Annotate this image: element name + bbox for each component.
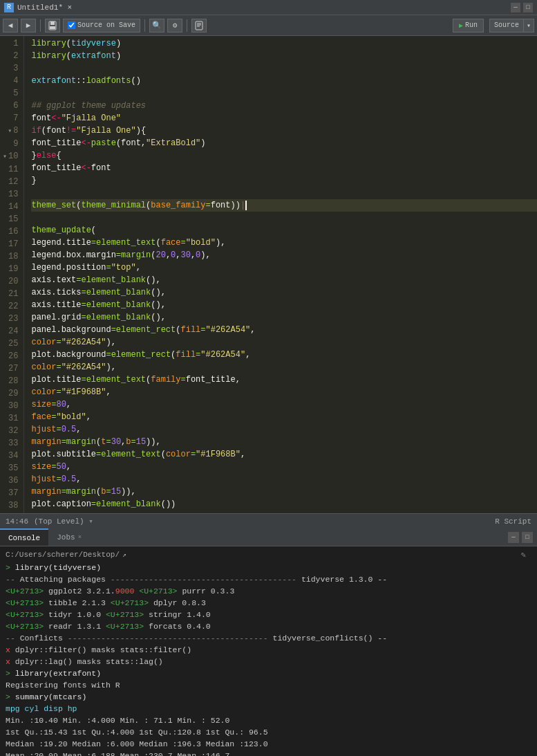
toolbar-separator-3 (187, 19, 187, 32)
jobs-tab-label: Jobs (57, 533, 75, 542)
console-line-row3: Median :19.20 Median :6.000 Median :196.… (6, 738, 531, 750)
maximize-button[interactable]: □ (523, 3, 533, 12)
code-line-29: color = "#1F968B", (31, 386, 537, 398)
source-on-save-button[interactable]: Source on Save (63, 19, 140, 33)
console-line-out5: <U+2713> readr 1.3.1 <U+2713> forcats 0.… (6, 620, 531, 632)
code-line-9: font_title <- paste(font, "ExtraBold") (31, 137, 537, 149)
console-line-out4: <U+2713> tidyr 1.0.0 <U+2713> stringr 1.… (6, 609, 531, 620)
window-title: Untitled1* × (17, 3, 511, 12)
code-line-32: hjust = 0.5, (31, 423, 537, 436)
code-line-36: hjust = 0.5, (31, 473, 537, 486)
console-path-text: C:/Users/scherer/Desktop/ (6, 551, 120, 559)
code-line-23: panel.grid = element_blank(), (31, 311, 537, 324)
run-label: Run (465, 21, 478, 29)
cursor-position: 14:46 (6, 517, 28, 526)
code-line-4: extrafont::loadfonts() (31, 75, 537, 87)
console-line-out3: <U+2713> tibble 2.1.3 <U+2713> dplyr 0.8… (6, 597, 531, 609)
code-line-22: axis.title = element_blank(), (31, 299, 537, 311)
console-line-out2: <U+2713> ggplot2 3.2.1.9000 <U+2713> pur… (6, 585, 531, 597)
tab-console[interactable]: Console (0, 528, 48, 546)
source-on-save-label: Source on Save (77, 21, 135, 29)
console-line-cmd1: > library(tidyverse) (6, 562, 531, 573)
console-edit-icon[interactable]: ✎ (521, 550, 531, 560)
code-line-15 (31, 212, 537, 224)
search-button[interactable]: 🔍 (149, 19, 164, 33)
window-controls: — □ (511, 3, 533, 12)
source-label: Source (494, 21, 519, 29)
title-bar: R Untitled1* × — □ (0, 0, 537, 15)
back-button[interactable]: ◀ (3, 19, 18, 33)
code-content[interactable]: library(tidyverse) library(extrafont) ex… (24, 36, 537, 513)
forward-button[interactable]: ▶ (21, 19, 36, 33)
svg-rect-3 (196, 21, 202, 30)
code-line-2: library(extrafont) (31, 50, 537, 62)
code-editor[interactable]: 1 2 3 4 5 6 7 ▾8 9 ▾10 11 12 13 14 15 16… (0, 36, 537, 513)
code-line-39 (31, 510, 537, 513)
code-line-25: color = "#262A54"), (31, 336, 537, 349)
tab-jobs[interactable]: Jobs × (48, 528, 90, 546)
console-line-out6: -- Conflicts ---------------------------… (6, 632, 531, 644)
code-line-5 (31, 87, 537, 100)
console-line-row1: Min. :10.40 Min. :4.000 Min. : 71.1 Min.… (6, 714, 531, 726)
run-button[interactable]: ▶ Run (453, 19, 484, 33)
console-tab-label: Console (8, 534, 40, 542)
code-line-11: font_title <- font (31, 162, 537, 174)
console-line-row4: Mean :20.09 Mean :6.188 Mean :230.7 Mean… (6, 750, 531, 756)
console-line-out7: x dplyr::filter() masks stats::filter() (6, 644, 531, 656)
console-line-out1: -- Attaching packages ------------------… (6, 573, 531, 585)
save-button[interactable] (45, 19, 60, 33)
console-line-cmd3: > summary(mtcars) (6, 691, 531, 703)
console-body: C:/Users/scherer/Desktop/ ↗ ✎ > library(… (0, 546, 537, 756)
console-line-out8: x dplyr::lag() masks stats::lag() (6, 656, 531, 667)
console-maximize-button[interactable]: □ (522, 532, 533, 543)
console-line-row2: 1st Qu.:15.43 1st Qu.:4.000 1st Qu.:120.… (6, 726, 531, 738)
console-line-header1: mpg cyl disp hp (6, 703, 531, 714)
code-line-14: theme_set(theme_minimal(base_family = fo… (31, 199, 537, 212)
source-on-save-checkbox[interactable] (68, 21, 75, 29)
code-line-18: legend.box.margin = margin(20, 0, 30, 0)… (31, 249, 537, 261)
code-line-31: face = "bold", (31, 411, 537, 423)
jobs-tab-close[interactable]: × (78, 534, 82, 541)
code-line-21: axis.ticks = element_blank(), (31, 286, 537, 299)
script-type: R Script (495, 517, 531, 526)
source-button[interactable]: Source (489, 19, 524, 33)
code-line-17: legend.title = element_text(face = "bold… (31, 237, 537, 249)
code-line-1: library(tidyverse) (31, 37, 537, 50)
console-output: > library(tidyverse) -- Attaching packag… (0, 562, 537, 756)
code-line-34: plot.subtitle = element_text(color = "#1… (31, 448, 537, 461)
code-line-19: legend.position = "top", (31, 261, 537, 274)
console-section: Console Jobs × — □ C:/Users/scherer/Desk… (0, 528, 537, 756)
app-icon: R (4, 3, 14, 12)
code-line-33: margin = margin(t = 30, b = 15)), (31, 436, 537, 448)
code-line-8: if(font != "Fjalla One") { (31, 125, 537, 137)
source-dropdown-button[interactable]: ▾ (524, 19, 534, 33)
console-working-dir: C:/Users/scherer/Desktop/ ↗ ✎ (0, 548, 537, 562)
console-line-out9: Registering fonts with R (6, 679, 531, 691)
console-tabs-bar: Console Jobs × — □ (0, 528, 537, 546)
console-minimize-button[interactable]: — (508, 532, 519, 543)
compile-button[interactable] (191, 19, 207, 33)
svg-rect-1 (50, 21, 55, 25)
code-line-28: plot.title = element_text(family = font_… (31, 374, 537, 386)
scope-indicator: (Top Level) ▾ (34, 517, 93, 526)
console-line-cmd2: > library(extrafont) (6, 667, 531, 679)
toolbar-separator-2 (144, 19, 145, 32)
minimize-button[interactable]: — (511, 3, 520, 12)
toolbar-separator-1 (40, 19, 41, 32)
code-line-37: margin = margin(b = 15)), (31, 486, 537, 498)
code-line-26: plot.background = element_rect(fill = "#… (31, 349, 537, 361)
code-line-27: color = "#262A54"), (31, 361, 537, 374)
code-line-12: } (31, 174, 537, 187)
code-line-35: size = 50, (31, 461, 537, 473)
console-controls: — □ (508, 528, 537, 546)
code-line-10: }else{ (31, 149, 537, 162)
status-bar: 14:46 (Top Level) ▾ R Script (0, 513, 537, 528)
code-line-20: axis.text = element_blank(), (31, 274, 537, 286)
line-numbers: 1 2 3 4 5 6 7 ▾8 9 ▾10 11 12 13 14 15 16… (0, 36, 24, 513)
tools-button[interactable]: ⚙ (167, 19, 182, 33)
svg-rect-2 (50, 26, 55, 29)
code-line-13 (31, 187, 537, 199)
code-line-24: panel.background = element_rect(fill = "… (31, 324, 537, 336)
code-line-6: ## ggplot theme updates (31, 100, 537, 112)
code-line-7: font <- "Fjalla One" (31, 112, 537, 125)
